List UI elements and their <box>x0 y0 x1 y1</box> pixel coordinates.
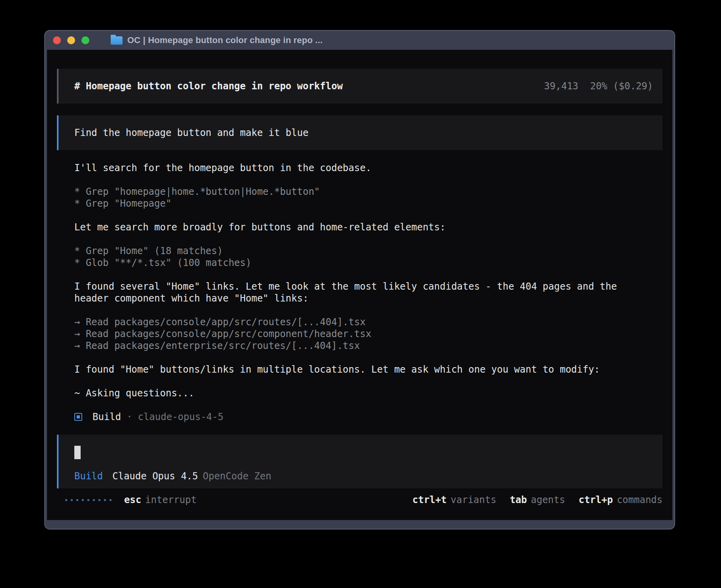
session-header: # Homepage button color change in repo w… <box>57 69 662 104</box>
spinner-dot <box>87 499 89 501</box>
close-window-button[interactable] <box>53 36 61 44</box>
message-block: → Read packages/console/app/src/routes/[… <box>74 316 662 352</box>
tool-call-line: * Grep "Homepage" <box>74 198 662 209</box>
spinner-dot <box>109 499 111 501</box>
terminal-content: # Homepage button color change in repo w… <box>47 50 672 520</box>
tool-call-line: → Read packages/enterprise/src/routes/[.… <box>74 340 662 352</box>
tool-call-line: * Glob "**/*.tsx" (100 matches) <box>74 257 662 269</box>
assistant-text-line: ~ Asking questions... <box>74 387 662 399</box>
spinner-dot <box>65 499 67 501</box>
assistant-text-line: I found several "Home" links. Let me loo… <box>74 281 662 292</box>
user-message-text: Find the homepage button and make it blu… <box>74 127 308 138</box>
input-provider-label: OpenCode Zen <box>203 470 271 482</box>
status-model-name: claude-opus-4-5 <box>138 411 224 423</box>
assistant-messages: I'll search for the homepage button in t… <box>74 162 662 411</box>
hint-interrupt-label: interrupt <box>145 494 196 506</box>
hint-variants: ctrl+tvariants <box>412 494 496 506</box>
message-block: * Grep "homepage|home.*button|Home.*butt… <box>74 186 662 209</box>
traffic-lights <box>53 36 89 44</box>
message-block: I found "Home" buttons/links in multiple… <box>74 364 662 375</box>
status-bar-left: escinterrupt <box>65 494 196 506</box>
window-title: OC | Homepage button color change in rep… <box>127 35 323 45</box>
hint-agents: tabagents <box>510 494 565 506</box>
assistant-text-line: header component which have "Home" links… <box>74 292 662 304</box>
hint-interrupt: escinterrupt <box>124 494 196 506</box>
assistant-text-line: I found "Home" buttons/links in multiple… <box>74 364 662 375</box>
status-bar: escinterrupt ctrl+tvariants tabagents ct… <box>57 494 662 506</box>
hint-interrupt-key: esc <box>124 494 141 506</box>
status-agent-name: Build <box>92 411 121 423</box>
message-block: ~ Asking questions... <box>74 387 662 399</box>
tool-call-line: * Grep "homepage|home.*button|Home.*butt… <box>74 186 662 198</box>
zoom-window-button[interactable] <box>81 36 89 44</box>
minimize-window-button[interactable] <box>67 36 75 44</box>
agent-status-line: Build · claude-opus-4-5 <box>74 411 662 423</box>
session-stats: 39,41320% ($0.29) <box>544 80 653 92</box>
tool-call-line: → Read packages/console/app/src/componen… <box>74 328 662 340</box>
input-agent-label: Build <box>74 470 103 482</box>
folder-icon <box>111 36 123 45</box>
hint-commands-label: commands <box>617 494 662 506</box>
hint-agents-key: tab <box>510 494 527 506</box>
session-title: # Homepage button color change in repo w… <box>74 80 343 92</box>
hint-variants-label: variants <box>451 494 496 506</box>
tool-call-line: * Grep "Home" (18 matches) <box>74 245 662 257</box>
prompt-input[interactable]: Build Claude Opus 4.5 OpenCode Zen <box>57 435 662 488</box>
hint-commands-key: ctrl+p <box>579 494 613 506</box>
title-bar[interactable]: OC | Homepage button color change in rep… <box>45 31 674 50</box>
agent-icon <box>74 413 82 421</box>
assistant-text-line: Let me search more broadly for buttons a… <box>74 221 662 233</box>
tool-call-line: → Read packages/console/app/src/routes/[… <box>74 316 662 328</box>
hint-variants-key: ctrl+t <box>412 494 447 506</box>
spinner-dots <box>65 499 111 501</box>
message-block: Let me search more broadly for buttons a… <box>74 221 662 233</box>
user-message-block: Find the homepage button and make it blu… <box>57 115 662 150</box>
spinner-dot <box>76 499 78 501</box>
message-block: * Grep "Home" (18 matches)* Glob "**/*.t… <box>74 245 662 269</box>
status-separator: · <box>126 411 132 423</box>
text-cursor <box>74 446 81 459</box>
message-block: I found several "Home" links. Let me loo… <box>74 281 662 304</box>
message-block: I'll search for the homepage button in t… <box>74 162 662 174</box>
terminal-window: OC | Homepage button color change in rep… <box>44 30 675 530</box>
model-line: Build Claude Opus 4.5 OpenCode Zen <box>74 470 653 482</box>
hint-agents-label: agents <box>531 494 565 506</box>
context-usage: 20% ($0.29) <box>590 81 653 92</box>
agent-icon-dot <box>77 415 80 418</box>
hint-commands: ctrl+pcommands <box>579 494 662 506</box>
spinner-dot <box>82 499 84 501</box>
status-bar-right: ctrl+tvariants tabagents ctrl+pcommands <box>412 494 662 506</box>
token-count: 39,413 <box>544 81 578 92</box>
spinner-dot <box>71 499 73 501</box>
window-bottom-edge <box>45 520 674 529</box>
spinner-dot <box>98 499 100 501</box>
spinner-dot <box>104 499 106 501</box>
spinner-dot <box>93 499 95 501</box>
assistant-text-line: I'll search for the homepage button in t… <box>74 162 662 174</box>
input-model-label: Claude Opus 4.5 <box>112 470 198 482</box>
